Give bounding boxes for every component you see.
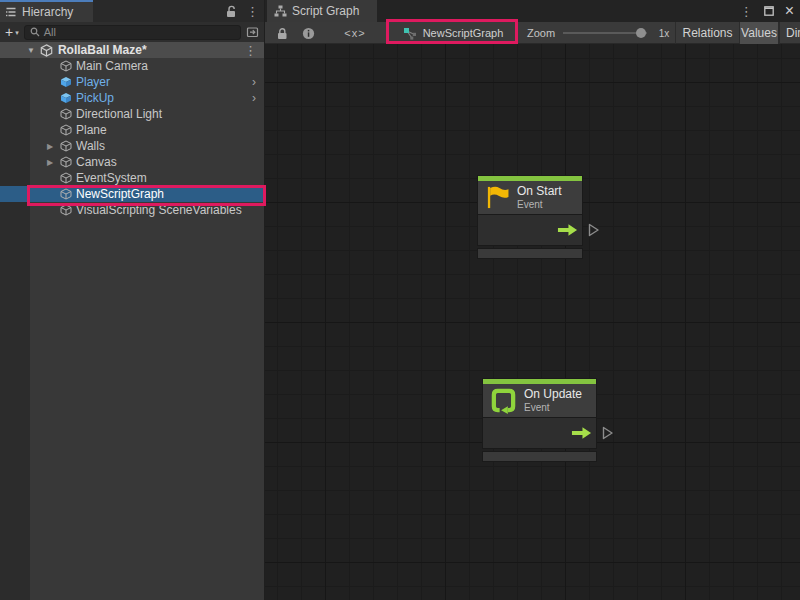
search-placeholder: All: [44, 26, 56, 38]
row-label: Main Camera: [76, 59, 148, 73]
relations-toggle[interactable]: Relations: [675, 22, 739, 44]
tab-hierarchy[interactable]: Hierarchy: [0, 0, 93, 22]
gameobject-cube-icon: [60, 172, 72, 184]
hierarchy-row[interactable]: Directional Light: [0, 106, 264, 122]
prefab-cube-icon: [60, 76, 72, 88]
row-label: Walls: [76, 139, 105, 153]
search-icon: [30, 27, 40, 37]
graph-name-label: NewScriptGraph: [423, 27, 504, 39]
output-port-icon[interactable]: [601, 425, 614, 441]
script-graph-panel: Script Graph ⋮ ×: [265, 0, 800, 600]
expand-arrow-icon[interactable]: ▶: [44, 158, 56, 167]
row-label: Canvas: [76, 155, 117, 169]
zoom-slider[interactable]: [563, 32, 647, 34]
scene-name: RollaBall Maze*: [58, 43, 147, 57]
node-header: On Start Event: [477, 181, 583, 215]
prefab-chevron-icon[interactable]: ›: [252, 76, 256, 88]
hierarchy-row[interactable]: EventSystem: [0, 170, 264, 186]
node-subtitle: Event: [524, 402, 582, 414]
gameobject-cube-icon: [60, 124, 72, 136]
hierarchy-tab-label: Hierarchy: [22, 5, 73, 19]
row-label: VisualScripting SceneVariables: [76, 203, 242, 217]
flow-arrow-icon: [571, 426, 592, 440]
unity-logo-icon: [40, 44, 53, 57]
hierarchy-row[interactable]: Plane: [0, 122, 264, 138]
node-subtitle: Event: [517, 199, 562, 211]
hierarchy-menu-icon[interactable]: ⋮: [246, 5, 259, 18]
dropdown-caret-icon: ▾: [15, 29, 19, 36]
hierarchy-row[interactable]: VisualScripting SceneVariables: [0, 202, 264, 218]
prefab-chevron-icon[interactable]: ›: [252, 92, 256, 104]
unlock-icon[interactable]: [225, 5, 237, 18]
hierarchy-tab-bar: Hierarchy ⋮: [0, 0, 264, 22]
hierarchy-row[interactable]: Main Camera: [0, 58, 264, 74]
output-port-icon[interactable]: [587, 222, 600, 238]
row-label: Player: [76, 75, 110, 89]
hierarchy-row[interactable]: ▶Canvas: [0, 154, 264, 170]
flow-arrow-icon: [557, 223, 578, 237]
row-label: Plane: [76, 123, 107, 137]
prefab-cube-icon: [60, 92, 72, 104]
scene-menu-icon[interactable]: ⋮: [244, 44, 257, 57]
maximize-icon[interactable]: [764, 6, 774, 16]
hierarchy-rows: Main CameraPlayer›PickUp›Directional Lig…: [0, 58, 264, 218]
expand-arrow-icon[interactable]: ▶: [44, 142, 56, 151]
gameobject-cube-icon: [60, 140, 72, 152]
script-graph-asset-icon: [403, 27, 417, 40]
hierarchy-panel: Hierarchy ⋮ + ▾: [0, 0, 265, 600]
window-menu-icon[interactable]: ⋮: [740, 5, 753, 18]
node-header: On Update Event: [482, 384, 597, 418]
foldout-open-icon[interactable]: ▼: [27, 46, 35, 55]
gameobject-cube-icon: [60, 188, 72, 200]
hierarchy-list-icon: [5, 7, 17, 17]
flag-icon: [485, 185, 510, 210]
zoom-slider-handle[interactable]: [636, 28, 646, 38]
tab-script-graph[interactable]: Script Graph: [267, 0, 377, 22]
zoom-value: 1x: [654, 22, 674, 44]
values-toggle[interactable]: Values: [739, 22, 779, 44]
node-footer: [482, 451, 597, 462]
hierarchy-search-input[interactable]: All: [24, 25, 241, 40]
row-label: EventSystem: [76, 171, 147, 185]
gameobject-cube-icon: [60, 156, 72, 168]
hierarchy-row[interactable]: Player›: [0, 74, 264, 90]
row-label: NewScriptGraph: [76, 187, 164, 201]
add-object-button[interactable]: + ▾: [5, 25, 19, 39]
node-port-row: [477, 215, 583, 246]
node-footer: [477, 248, 583, 259]
row-label: Directional Light: [76, 107, 162, 121]
gameobject-cube-icon: [60, 60, 72, 72]
graph-toolbar: <x> NewScriptGraph Zoom 1x Relations Val…: [265, 22, 800, 44]
hierarchy-toolbar: + ▾ All: [0, 22, 264, 42]
info-icon[interactable]: [297, 22, 319, 44]
gameobject-cube-icon: [60, 108, 72, 120]
node-on-start[interactable]: On Start Event: [477, 175, 583, 259]
graph-tree-icon: [274, 5, 287, 17]
unity-editor-window: Hierarchy ⋮ + ▾: [0, 0, 800, 600]
loop-icon: [490, 387, 517, 414]
popout-search-icon[interactable]: [246, 26, 259, 38]
script-graph-tab-label: Script Graph: [292, 4, 359, 18]
graph-canvas[interactable]: On Start Event: [265, 44, 800, 600]
row-label: PickUp: [76, 91, 114, 105]
close-icon[interactable]: ×: [785, 3, 794, 19]
blackboard-toggle[interactable]: <x>: [337, 22, 373, 44]
node-on-update[interactable]: On Update Event: [482, 378, 597, 462]
hierarchy-row[interactable]: ▶Walls: [0, 138, 264, 154]
lock-icon[interactable]: [271, 22, 293, 44]
node-title: On Start: [517, 185, 562, 199]
dim-toggle[interactable]: Dim: [779, 22, 800, 44]
scene-header-row[interactable]: ▼ RollaBall Maze* ⋮: [0, 42, 264, 58]
gameobject-cube-icon: [60, 204, 72, 216]
hierarchy-row[interactable]: NewScriptGraph: [0, 186, 264, 202]
plus-icon: +: [5, 25, 13, 39]
hierarchy-row[interactable]: PickUp›: [0, 90, 264, 106]
node-port-row: [482, 418, 597, 449]
script-graph-tab-bar: Script Graph ⋮ ×: [265, 0, 800, 22]
zoom-label: Zoom: [527, 22, 555, 44]
node-title: On Update: [524, 388, 582, 402]
graph-name-button[interactable]: NewScriptGraph: [389, 22, 517, 44]
